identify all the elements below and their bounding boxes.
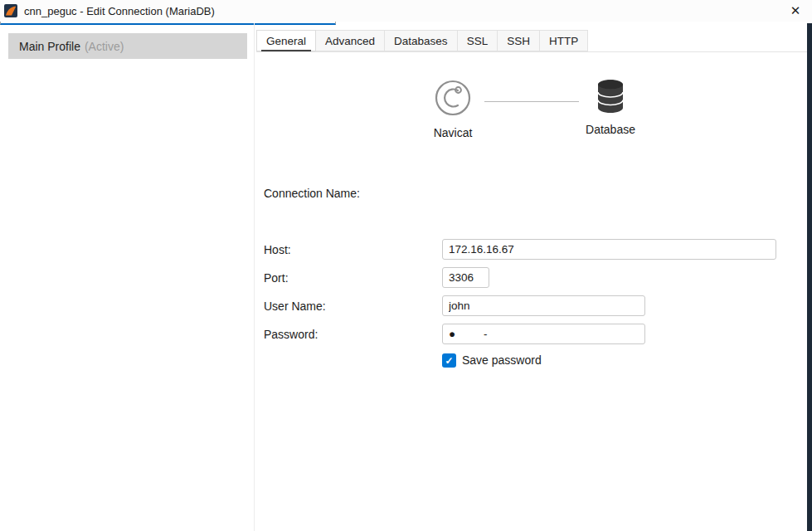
password-input[interactable]	[442, 324, 645, 344]
tab-label: HTTP	[549, 35, 578, 47]
database-node: Database	[575, 79, 646, 136]
tab-label: SSH	[507, 35, 530, 47]
profile-item-main[interactable]: Main Profile (Active)	[8, 33, 247, 59]
navicat-node: Navicat	[417, 79, 489, 139]
tab-strip: General Advanced Databases SSL SSH HTTP	[256, 30, 588, 51]
database-icon	[596, 79, 625, 114]
tab-http[interactable]: HTTP	[539, 30, 588, 51]
host-label: Host:	[264, 243, 291, 256]
password-label: Password:	[264, 328, 318, 341]
profile-status: (Active)	[85, 40, 124, 53]
sidebar-divider	[254, 23, 255, 531]
sidebar: Main Profile (Active)	[8, 32, 247, 531]
tab-advanced[interactable]: Advanced	[315, 30, 385, 51]
host-input[interactable]	[442, 239, 776, 260]
navicat-logo-icon	[434, 79, 472, 117]
tab-databases[interactable]: Databases	[384, 30, 458, 51]
connection-name-label: Connection Name:	[264, 187, 360, 200]
tab-label: Advanced	[325, 35, 375, 47]
connection-line	[484, 101, 579, 102]
close-button[interactable]: ✕	[785, 1, 805, 21]
tab-ssh[interactable]: SSH	[497, 30, 540, 51]
port-label: Port:	[264, 271, 289, 285]
tab-general[interactable]: General	[256, 30, 316, 51]
user-name-input[interactable]	[442, 295, 645, 316]
navicat-label: Navicat	[417, 126, 489, 139]
check-icon: ✓	[445, 355, 453, 367]
tab-label: Databases	[394, 35, 448, 47]
tabstrip-border	[256, 51, 807, 52]
title-bar: cnn_peguc - Edit Connection (MariaDB) ✕	[0, 0, 812, 22]
app-icon	[4, 4, 17, 17]
user-name-label: User Name:	[264, 300, 326, 313]
database-label: Database	[575, 123, 646, 136]
save-password-label[interactable]: Save password	[462, 353, 542, 367]
tab-label: General	[266, 35, 306, 47]
port-input[interactable]	[442, 267, 489, 288]
window-title: cnn_peguc - Edit Connection (MariaDB)	[24, 5, 215, 17]
profile-name: Main Profile	[19, 40, 80, 53]
tab-label: SSL	[467, 35, 489, 47]
tab-ssl[interactable]: SSL	[457, 30, 498, 51]
window-edge-strip	[807, 23, 812, 531]
save-password-checkbox[interactable]: ✓	[442, 353, 456, 368]
